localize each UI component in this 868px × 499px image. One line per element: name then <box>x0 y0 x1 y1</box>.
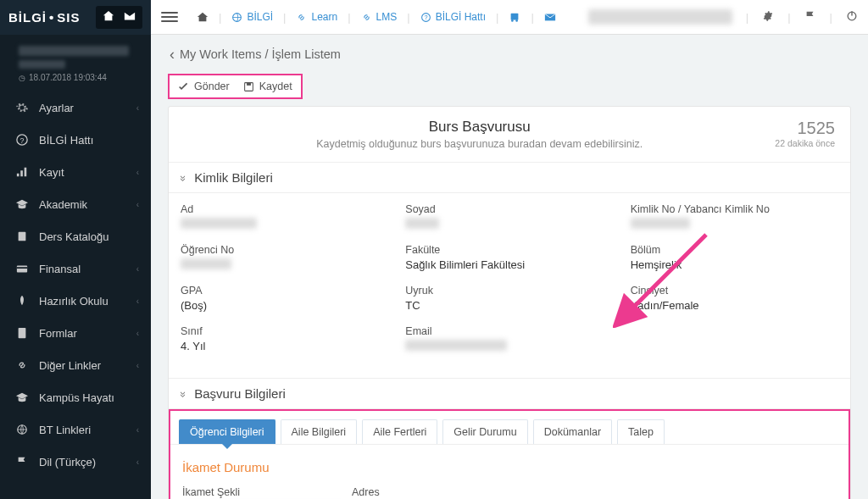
svg-text:?: ? <box>424 14 427 21</box>
tab-heading: İkamet Durumu <box>182 460 837 474</box>
nav-item-ders[interactable]: Ders Kataloğu <box>0 220 151 252</box>
sidebar: BİLGİSIS 18.07.2018 19:03:44 Ayarlar‹ ?B… <box>0 0 151 499</box>
svg-rect-20 <box>247 82 251 85</box>
card-icon <box>15 262 29 275</box>
nav-item-diger[interactable]: Diğer Linkler‹ <box>0 349 151 381</box>
field-value-uyruk: TC <box>405 299 613 313</box>
nav-item-formlar[interactable]: Formlar‹ <box>0 317 151 349</box>
field-label-sinif: Sınıf <box>181 325 388 337</box>
field-value-fakulte: Sağlık Bilimleri Fakültesi <box>405 258 613 273</box>
nav-item-akademik[interactable]: Akademik‹ <box>0 188 151 220</box>
topnav-lms[interactable]: LMS <box>358 11 401 23</box>
signal-icon <box>15 165 29 179</box>
nav-item-ayarlar[interactable]: Ayarlar‹ <box>0 91 151 124</box>
topnav-learn[interactable]: Learn <box>292 11 341 23</box>
save-button[interactable]: Kaydet <box>243 80 292 92</box>
field-label-fakulte: Fakülte <box>405 244 613 256</box>
svg-rect-4 <box>25 168 27 177</box>
svg-rect-2 <box>17 174 19 177</box>
application-section-header[interactable]: Başvuru Bilgileri <box>169 378 850 409</box>
flag-icon <box>15 455 29 469</box>
graduation-icon <box>15 391 29 404</box>
main-panel: Burs Başvurusu Kaydetmiş olduğunuz burs … <box>168 106 851 499</box>
gear-icon[interactable] <box>762 10 774 25</box>
svg-rect-5 <box>19 232 26 241</box>
tab-dokumanlar[interactable]: Dokümanlar <box>533 419 612 444</box>
question-icon: ? <box>15 133 29 147</box>
nav-item-bilgihatti[interactable]: ?BİLGİ Hattı <box>0 124 151 156</box>
tab-talep[interactable]: Talep <box>617 419 665 444</box>
topbar-right: | | | <box>588 9 858 25</box>
record-id: 1525 <box>775 119 835 138</box>
nav-item-hazirlik[interactable]: Hazırlık Okulu‹ <box>0 285 151 317</box>
breadcrumb[interactable]: My Work Items / İşlem Listem <box>168 35 851 74</box>
flag-icon[interactable] <box>804 10 816 25</box>
title-block: Burs Başvurusu Kaydetmiş olduğunuz burs … <box>169 107 850 162</box>
sidebar-header: BİLGİSIS <box>0 0 151 35</box>
nav-label: Dil (Türkçe) <box>39 456 96 469</box>
nav-label: Formlar <box>39 327 77 340</box>
tab-gelir[interactable]: Gelir Durumu <box>442 419 527 444</box>
tab-aile-bilgileri[interactable]: Aile Bilgileri <box>281 419 358 444</box>
nav-item-finansal[interactable]: Finansal‹ <box>0 252 151 285</box>
field-label-gpa: GPA <box>181 285 388 297</box>
svg-point-14 <box>511 19 514 22</box>
field-label-kimlik: Kimlik No / Yabancı Kimlik No <box>631 203 838 215</box>
identity-section-header[interactable]: Kimlik Bilgileri <box>169 162 850 193</box>
nav-item-dil[interactable]: Dil (Türkçe)‹ <box>0 446 151 478</box>
field-label-soyad: Soyad <box>405 203 613 215</box>
send-button[interactable]: Gönder <box>178 80 230 92</box>
home-icon[interactable] <box>103 10 114 25</box>
power-icon[interactable] <box>846 10 858 25</box>
svg-text:?: ? <box>20 136 25 145</box>
page-title: Burs Başvurusu <box>184 119 775 136</box>
hamburger-icon[interactable] <box>161 9 178 25</box>
field-label-bolum: Bölüm <box>631 244 838 256</box>
chevron-left-icon: ‹ <box>136 329 139 338</box>
field-label-uyruk: Uyruk <box>405 285 613 297</box>
field-label-ad: Ad <box>181 203 388 215</box>
home-link[interactable] <box>193 11 212 23</box>
globe-icon <box>15 423 29 436</box>
nav-label: Kampüs Hayatı <box>39 391 114 404</box>
rocket-icon <box>15 294 29 308</box>
field-value-bolum: Hemşirelik <box>631 258 838 273</box>
field-value-sinif: 4. Yıl <box>181 340 388 354</box>
nav-label: Finansal <box>39 263 81 275</box>
nav-label: Ders Kataloğu <box>39 230 108 243</box>
graduation-icon <box>15 197 29 211</box>
chevron-left-icon: ‹ <box>136 200 139 209</box>
topnav-mail[interactable] <box>541 11 559 23</box>
main-content: My Work Items / İşlem Listem Gönder Kayd… <box>151 35 868 499</box>
nav-item-kampus[interactable]: Kampüs Hayatı <box>0 381 151 413</box>
nav-label: BİLGİ Hattı <box>39 134 93 147</box>
page-subtitle: Kaydetmiş olduğunuz burs başvurunuza bur… <box>184 138 775 150</box>
svg-rect-3 <box>20 170 23 176</box>
field-value-cinsiyet: Kadın/Female <box>631 299 838 313</box>
user-block: 18.07.2018 19:03:44 <box>0 35 151 86</box>
ikamet-label: İkamet Şekli <box>182 486 343 498</box>
topnav-bus[interactable] <box>505 11 524 23</box>
nav-menu: Ayarlar‹ ?BİLGİ Hattı Kayıt‹ Akademik‹ D… <box>0 91 151 478</box>
topnav-bilgi[interactable]: BİLGİ <box>228 11 276 23</box>
nav-label: Hazırlık Okulu <box>39 295 108 308</box>
topbar: | BİLGİ | Learn | LMS | ?BİLGİ Hattı | |… <box>151 0 868 35</box>
svg-point-15 <box>516 19 519 22</box>
mail-icon[interactable] <box>124 10 136 25</box>
svg-rect-8 <box>19 328 26 338</box>
chevron-left-icon: ‹ <box>136 361 139 370</box>
chevron-left-icon: ‹ <box>136 425 139 435</box>
topnav-bilgihatti[interactable]: ?BİLGİ Hattı <box>417 11 489 23</box>
field-label-email: Email <box>405 325 613 337</box>
nav-label: BT Linkleri <box>39 424 91 436</box>
tab-aile-fertleri[interactable]: Aile Fertleri <box>362 419 437 444</box>
tab-ogrenci[interactable]: Öğrenci Bilgileri <box>179 419 275 444</box>
book-icon <box>15 230 29 243</box>
field-label-ogrno: Öğrenci No <box>181 244 388 256</box>
nav-label: Diğer Linkler <box>39 359 101 372</box>
timestamp: 18.07.2018 19:03:44 <box>19 73 138 82</box>
nav-item-bt[interactable]: BT Linkleri‹ <box>0 413 151 446</box>
field-value-gpa: (Boş) <box>181 299 388 313</box>
chevron-left-icon: ‹ <box>136 103 139 113</box>
nav-item-kayit[interactable]: Kayıt‹ <box>0 156 151 188</box>
